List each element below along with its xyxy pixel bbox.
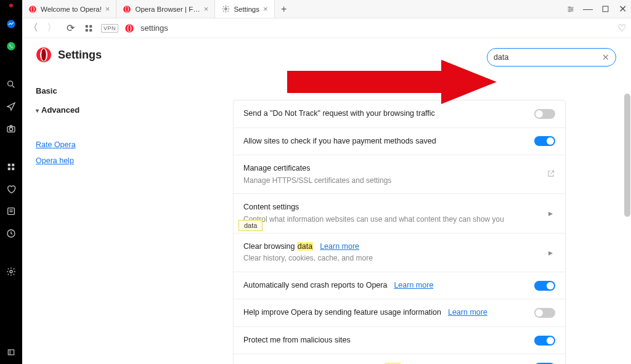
speeddial-icon[interactable] [83, 22, 95, 34]
row-subtitle: Control what information websites can us… [243, 214, 546, 225]
row-payment-methods: Allow sites to check if you have payment… [234, 128, 565, 156]
row-subtitle: Manage HTTPS/SSL certificates and settin… [243, 176, 547, 186]
clear-icon[interactable]: ✕ [602, 52, 609, 62]
page-title: Settings [58, 49, 102, 62]
opera-icon [28, 5, 37, 14]
close-icon[interactable]: × [105, 4, 110, 14]
svg-rect-9 [12, 168, 14, 170]
row-label: Send a "Do Not Track" request with your … [243, 108, 534, 119]
svg-point-22 [126, 6, 129, 12]
svg-rect-7 [12, 164, 14, 166]
svg-point-23 [225, 8, 227, 10]
svg-point-5 [9, 127, 12, 131]
close-icon[interactable]: × [204, 4, 209, 14]
dnt-toggle[interactable] [534, 109, 555, 119]
tab-title: Opera Browser | Faster, Sa [135, 6, 200, 13]
row-label: Protect me from malicious sites [243, 335, 534, 346]
usage-toggle[interactable] [534, 308, 555, 318]
vpn-badge[interactable]: VPN [101, 24, 118, 33]
scrollbar-thumb[interactable] [624, 94, 630, 217]
row-title: Manage certificates [243, 163, 547, 174]
news-icon[interactable] [6, 206, 17, 217]
heart-icon[interactable] [6, 184, 17, 195]
svg-point-29 [569, 10, 570, 11]
opera-help-link[interactable]: Opera help [36, 153, 182, 169]
settings-page: Settings ✕ Basic Advanced Rate Opera Ope… [22, 38, 631, 364]
whatsapp-icon[interactable] [6, 41, 17, 52]
sidebar-item-basic[interactable]: Basic [36, 81, 182, 100]
os-sidebar [0, 0, 22, 364]
opera-indicator-icon [9, 4, 13, 7]
svg-rect-6 [8, 164, 10, 166]
svg-point-37 [128, 25, 131, 31]
chevron-right-icon: ▸ [546, 208, 555, 218]
bookmark-heart-icon[interactable]: ♡ [617, 22, 626, 34]
svg-rect-30 [603, 6, 608, 12]
row-crash-reports: Automatically send crash reports to Oper… [234, 272, 565, 300]
settings-search-input[interactable] [494, 53, 602, 62]
settings-header: Settings [36, 47, 102, 63]
svg-point-2 [8, 81, 13, 86]
svg-rect-8 [8, 168, 10, 170]
tab-opera-site[interactable]: Opera Browser | Faster, Sa × [116, 0, 215, 18]
opera-icon [123, 5, 131, 14]
close-icon[interactable]: × [263, 4, 268, 14]
row-usage-info: Help improve Opera by sending feature us… [234, 299, 565, 327]
row-title: Clear browsing data Learn more [243, 241, 546, 253]
back-button[interactable]: 〈 [27, 22, 39, 34]
tab-title: Settings [234, 6, 259, 13]
payment-toggle[interactable] [534, 136, 555, 146]
crash-toggle[interactable] [534, 281, 555, 291]
svg-point-14 [10, 270, 12, 273]
history-icon[interactable] [6, 228, 17, 239]
external-link-icon[interactable] [547, 169, 555, 180]
window-maximize-button[interactable] [596, 0, 614, 18]
tooltip: data [238, 220, 263, 231]
svg-point-1 [7, 42, 15, 50]
panel-toggle-icon[interactable] [6, 347, 17, 358]
tab-settings[interactable]: Settings × [215, 0, 274, 18]
tab-welcome[interactable]: Welcome to Opera! × [22, 0, 116, 18]
camera-icon[interactable] [6, 123, 17, 134]
url-text[interactable]: settings [140, 23, 611, 33]
row-title: Content settings [243, 202, 546, 213]
svg-point-27 [569, 6, 570, 7]
forward-button[interactable]: 〉 [46, 22, 58, 34]
learn-more-link[interactable]: Learn more [448, 308, 487, 317]
svg-rect-33 [86, 29, 88, 31]
row-label: Help improve Opera by sending feature us… [243, 307, 534, 318]
settings-panel: Send a "Do Not Track" request with your … [233, 100, 566, 364]
settings-search[interactable]: ✕ [487, 48, 616, 67]
easy-setup-icon[interactable] [562, 0, 579, 18]
svg-rect-32 [89, 25, 92, 27]
opera-logo-icon [36, 47, 52, 63]
rate-opera-link[interactable]: Rate Opera [36, 137, 182, 153]
svg-point-19 [31, 6, 34, 12]
row-manage-certificates[interactable]: Manage certificates Manage HTTPS/SSL cer… [234, 155, 565, 194]
reload-button[interactable]: ⟳ [64, 22, 76, 34]
sidebar-item-advanced[interactable]: Advanced [36, 100, 182, 119]
window-minimize-button[interactable]: — [579, 0, 596, 18]
row-subtitle: Clear history, cookies, cache, and more [243, 253, 546, 264]
grid-icon[interactable] [6, 161, 17, 172]
settings-gear-icon[interactable] [6, 266, 17, 277]
chevron-right-icon: ▸ [546, 248, 555, 257]
new-tab-button[interactable]: + [275, 0, 293, 18]
tab-title: Welcome to Opera! [41, 6, 102, 13]
send-icon[interactable] [6, 101, 17, 112]
learn-more-link[interactable]: Learn more [394, 281, 433, 289]
search-icon[interactable] [6, 79, 17, 90]
row-do-not-track: Send a "Do Not Track" request with your … [234, 100, 565, 128]
svg-point-28 [571, 8, 572, 9]
row-content-settings[interactable]: Content settings Control what informatio… [234, 194, 565, 233]
messenger-icon[interactable] [6, 18, 17, 30]
row-trending-data: Help improve Opera services by sending d… [234, 354, 565, 364]
svg-rect-31 [86, 25, 88, 27]
row-label: Automatically send crash reports to Oper… [243, 280, 534, 291]
malicious-toggle[interactable] [534, 336, 555, 346]
row-malicious-sites: Protect me from malicious sites [234, 327, 565, 355]
row-label: Allow sites to check if you have payment… [243, 136, 534, 147]
learn-more-link[interactable]: Learn more [320, 242, 359, 251]
window-close-button[interactable]: ✕ [614, 0, 631, 18]
row-clear-browsing-data[interactable]: data Clear browsing data Learn more Clea… [234, 233, 565, 272]
